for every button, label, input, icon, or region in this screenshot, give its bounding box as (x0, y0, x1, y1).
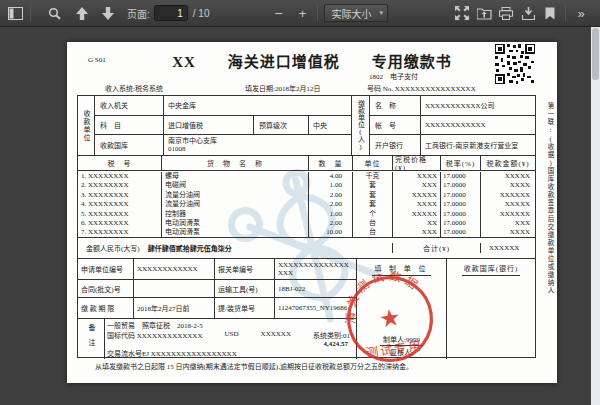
bookmark-icon (545, 7, 555, 20)
row-unit: 台 (353, 228, 393, 237)
arrow-down-icon (102, 7, 114, 20)
contract-no-label: 合同(批文)号 (78, 280, 134, 298)
row-name: 电动润滑泵 (162, 219, 309, 228)
payment-deadline-value: 2018年2月27日前 (134, 298, 215, 318)
payment-deadline-label: 缴 款 期 限 (78, 298, 134, 318)
row-code: XXXXXXXX (88, 200, 128, 208)
row-unit: 台 (353, 219, 393, 228)
row-price: XXXX (393, 172, 441, 181)
toggle-sidebar-button[interactable] (4, 3, 26, 24)
goods-table-header: 税 号 货 物 名 称 数 量 单位 完税价格(¥) 税率(%) 税款金额(¥) (78, 156, 535, 171)
maker-value: 制单人:9999 (380, 334, 423, 346)
table-row: 3. XXXXXXXX 流量分油阀 2.00 套 XXXXX 17.0000 X… (78, 191, 535, 200)
row-price: XXX (393, 228, 441, 237)
row-unit: 套 (353, 191, 393, 200)
search-icon (48, 7, 61, 20)
row-qty: 2.00 (309, 200, 353, 209)
col-header-tax-amount: 税款金额(¥) (481, 156, 535, 170)
zoom-out-button[interactable]: − (267, 3, 289, 24)
parties-block: 收款单位 收入机关 中央金库 科 目 进口增值税 预算级次 中央 (78, 96, 535, 156)
vertical-scrollbar[interactable] (591, 27, 600, 405)
previous-page-button[interactable] (71, 3, 93, 24)
row-rate: 17.0000 (441, 200, 481, 209)
payer-account-value: XXXXXXXXXXXX (421, 116, 535, 135)
download-icon (522, 7, 535, 20)
payer-name-label: 名 称 (370, 96, 421, 115)
fullscreen-icon (455, 6, 469, 20)
row-no: 1. (81, 172, 86, 180)
row-amount: XXX (481, 219, 535, 228)
table-row: 1. XXXXXXXX 螺母 4.00 千克 XXXX 17.0000 XXXX… (78, 172, 535, 181)
presentation-mode-button[interactable] (451, 3, 473, 24)
treasury-value-line1: 南京市中心支库 (168, 137, 217, 145)
page-number-input[interactable] (154, 5, 188, 21)
row-name: 电磁阀 (162, 181, 309, 190)
row-amount: XXXXXX (481, 191, 535, 200)
payer-bank-label: 开户银行 (370, 135, 421, 155)
applicant-no-value: XXXXXXXXXXXX (134, 259, 215, 279)
amount-in-words-row: 金额人民币(大写) 肆仟肆佰贰拾肆元伍角柒分 合计(¥) XXXXXX (78, 238, 535, 259)
row-qty: 1.00 (309, 181, 353, 190)
col-header-tax-rate: 税率(%) (441, 156, 481, 170)
row-qty: 10.00 (309, 228, 353, 237)
income-org-value: 中央金库 (164, 96, 351, 115)
open-folder-icon (477, 7, 492, 20)
row-no: 7. (81, 228, 86, 236)
table-row: 7. XXXXXXXX 电动润滑泵 10.00 台 XXX 17.0000 XX… (78, 228, 535, 237)
goods-table-body: 1. XXXXXXXX 螺母 4.00 千克 XXXX 17.0000 XXXX… (78, 171, 535, 238)
search-button[interactable] (43, 3, 65, 24)
scrollbar-thumb[interactable] (592, 28, 599, 80)
lading-no-value: 11247067355_NY19686 (275, 298, 356, 318)
bookmark-button[interactable] (539, 3, 561, 24)
payee-side-label: 收款单位 (81, 110, 91, 142)
transaction-flow-value: XXXXXXXXXXXXXXXXX (151, 350, 237, 358)
more-tools-button[interactable]: » (570, 3, 592, 24)
remarks-amount-value: 4,424.57 (107, 340, 354, 348)
pdf-page: G S01 XX 海关进口增值税 专用缴款书 1802 电子支付 收入系统:税务… (67, 42, 557, 383)
chevron-down-icon: ▾ (379, 9, 383, 17)
row-code: XXXXXXXX (88, 219, 128, 227)
sidebar-icon (8, 7, 23, 20)
row-price: XXXX (393, 200, 441, 209)
print-button[interactable] (495, 3, 517, 24)
row-code: XXXXXXXX (88, 191, 128, 199)
row-unit: 千克 (353, 172, 393, 181)
payment-form-table: 收款单位 收入机关 中央金库 科 目 进口增值税 预算级次 中央 (77, 95, 536, 358)
pdf-toolbar: 页面: / 10 − + 实际大小 ▾ (0, 0, 600, 27)
row-qty: 4.00 (309, 172, 353, 181)
treasury-label: 收款国库 (95, 135, 164, 155)
row-rate: 17.0000 (441, 228, 481, 237)
row-name: 流量分油阀 (162, 200, 309, 209)
row-price: XXXXX (393, 191, 441, 200)
row-name: 控制器 (162, 210, 309, 219)
row-no: 6. (81, 219, 86, 227)
toolbar-separator (317, 5, 318, 21)
document-title: XX 海关进口增值税 专用缴款书 (67, 50, 557, 71)
table-row: 4. XXXXXXXX 流量分油阀 2.00 套 XXXX 17.0000 XX… (78, 200, 535, 209)
filler-unit-label: 填 制 单 位 (372, 263, 430, 276)
row-rate: 17.0000 (441, 172, 481, 181)
lading-no-label: 提/装货单号 (215, 298, 275, 318)
row-name: 螺母 (162, 172, 309, 181)
row-amount: XXXX (481, 181, 535, 190)
row-qty: 1.00 (309, 210, 353, 219)
arrow-up-icon (76, 7, 88, 20)
budget-level-label: 预算级次 (254, 116, 309, 135)
transport-value: 18BJ-022 (275, 280, 356, 298)
toolbar-separator (565, 5, 566, 21)
zoom-in-button[interactable]: + (291, 3, 313, 24)
income-org-label: 收入机关 (95, 96, 164, 115)
next-page-button[interactable] (97, 3, 119, 24)
payer-side-label: 缴款单位(人) (356, 100, 366, 151)
currency-code: USD (225, 330, 239, 340)
payer-bank-value: 工商银行-南京新港支行营业室 (421, 135, 535, 155)
zoom-level-select[interactable]: 实际大小 ▾ (324, 4, 388, 22)
row-rate: 17.0000 (441, 210, 481, 219)
download-button[interactable] (517, 3, 539, 24)
table-row: 2. XXXXXXXX 电磁阀 1.00 套 XXX 17.0000 XXXX (78, 181, 535, 190)
toolbar-separator (30, 5, 31, 21)
row-name: 电动润滑泵 (162, 228, 309, 237)
chevrons-right-icon: » (577, 6, 584, 21)
customs-declaration-value: XXXXXXXXXXXXXXXXX (275, 259, 356, 279)
open-file-button[interactable] (473, 3, 495, 24)
